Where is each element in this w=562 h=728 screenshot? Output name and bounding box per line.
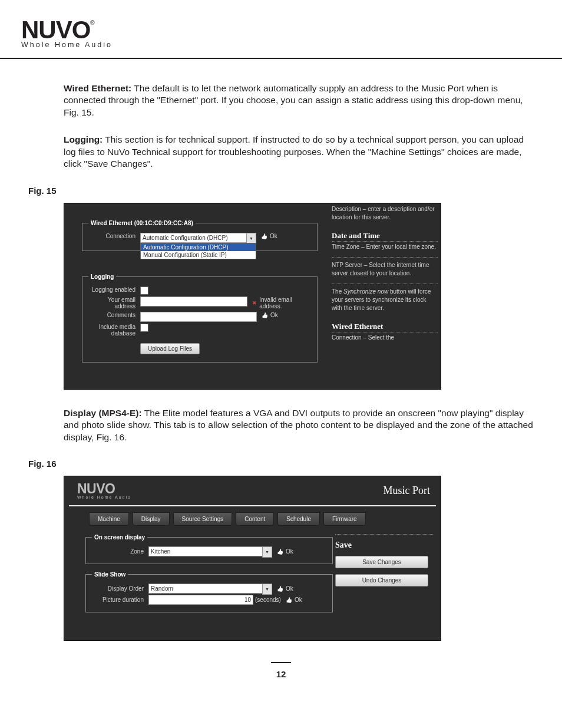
- slide-show-legend: Slide Show: [92, 571, 128, 578]
- header-rule: [0, 58, 562, 59]
- registered-icon: ®: [90, 19, 94, 26]
- page-header: NUVO® Whole Home Audio: [0, 0, 562, 50]
- email-input[interactable]: [140, 297, 247, 307]
- include-media-label: Include media database: [88, 324, 140, 337]
- figure-16-sidebar: Save Save Changes Undo Changes: [333, 534, 433, 620]
- chevron-down-icon[interactable]: ▼: [262, 584, 272, 595]
- logging-legend: Logging: [88, 274, 116, 280]
- date-time-heading: Date and Time: [332, 231, 438, 242]
- connection-input[interactable]: [140, 233, 248, 243]
- email-label: Your email address: [88, 297, 140, 310]
- logging-fieldset: Logging Logging enabled Your email addre…: [82, 274, 318, 363]
- paragraph-display: Display (MPS4-E): The Elite model featur…: [64, 407, 534, 443]
- display-order-select[interactable]: ▼: [148, 584, 272, 594]
- figure-15-sidebar: Description – enter a description and/or…: [328, 203, 441, 348]
- divider: [335, 534, 433, 535]
- figure-16-label: Fig. 16: [28, 459, 562, 469]
- osd-legend: On screen display: [92, 534, 147, 541]
- thumbs-up-icon: [277, 585, 283, 592]
- connection-select[interactable]: ▼ Automatic Configuration (DHCP) Manual …: [140, 233, 256, 243]
- picture-duration-input[interactable]: [148, 595, 253, 605]
- figure-15-screenshot: Wired Ethernet (00:1C:C0:D9:CC:A8) Conne…: [64, 203, 441, 390]
- page-number-area: 12: [0, 658, 562, 680]
- dropdown-option[interactable]: Automatic Configuration (DHCP): [141, 243, 256, 251]
- description-help: Description – enter a description and/or…: [332, 205, 438, 222]
- divider: [332, 257, 438, 258]
- tab-source-settings[interactable]: Source Settings: [173, 512, 233, 526]
- nuvo-logo: NUVO® Whole Home Audio: [21, 18, 113, 49]
- paragraph-logging: Logging: This section is for technical s…: [64, 134, 534, 170]
- thumbs-up-icon: [277, 548, 283, 555]
- logging-enabled-checkbox[interactable]: [140, 286, 148, 295]
- comments-label: Comments: [88, 312, 140, 319]
- page-number: 12: [276, 669, 286, 679]
- logo-tagline: Whole Home Audio: [21, 41, 113, 49]
- app-title: Music Port: [383, 485, 430, 497]
- nuvo-mini-logo: NUVO Whole Home Audio: [77, 482, 131, 499]
- comments-status: Ok: [262, 312, 278, 318]
- timezone-help: Time Zone – Enter your local time zone.: [332, 243, 438, 251]
- seconds-label: (seconds): [255, 597, 281, 603]
- connection-label: Connection: [88, 233, 140, 240]
- save-heading: Save: [335, 541, 433, 550]
- connection-dropdown[interactable]: Automatic Configuration (DHCP) Manual Co…: [140, 243, 256, 259]
- ntp-help: NTP Server – Select the internet time se…: [332, 261, 438, 278]
- slide-show-fieldset: Slide Show Display Order ▼ Ok Pic: [85, 571, 333, 612]
- tab-bar: Machine Display Source Settings Content …: [64, 506, 441, 534]
- figure-15-label: Fig. 15: [28, 186, 562, 196]
- comments-input[interactable]: [140, 312, 257, 322]
- undo-changes-button[interactable]: Undo Changes: [335, 574, 428, 587]
- thumbs-up-icon: [286, 597, 292, 603]
- divider: [332, 284, 438, 284]
- sync-help: The Synchronize now button will force yo…: [332, 288, 438, 312]
- thumbs-up-icon: [261, 233, 267, 239]
- connection-status: Ok: [261, 233, 277, 239]
- display-order-status: Ok: [277, 585, 293, 592]
- thumbs-up-icon: [262, 312, 268, 318]
- paragraph-wired-ethernet: Wired Ethernet: The default is to let th…: [64, 83, 534, 118]
- dropdown-option[interactable]: Manual Configuration (Static IP): [141, 251, 256, 259]
- tab-display[interactable]: Display: [133, 512, 170, 526]
- figure-16-screenshot: NUVO Whole Home Audio Music Port Machine…: [64, 476, 441, 641]
- email-status: Invalid email address.: [252, 297, 311, 309]
- logging-enabled-label: Logging enabled: [88, 286, 140, 294]
- chevron-down-icon[interactable]: ▼: [262, 546, 272, 558]
- picture-duration-status: Ok: [286, 597, 302, 603]
- display-order-input[interactable]: [148, 584, 264, 594]
- tab-firmware[interactable]: Firmware: [323, 512, 366, 526]
- save-changes-button[interactable]: Save Changes: [335, 556, 428, 568]
- picture-duration-label: Picture duration: [92, 597, 148, 603]
- on-screen-display-fieldset: On screen display Zone ▼ Ok: [85, 534, 333, 564]
- wired-ethernet-fieldset: Wired Ethernet (00:1C:C0:D9:CC:A8) Conne…: [82, 220, 318, 251]
- zone-input[interactable]: [148, 546, 264, 556]
- display-order-label: Display Order: [92, 585, 148, 592]
- wired-ethernet-legend: Wired Ethernet (00:1C:C0:D9:CC:A8): [88, 220, 196, 226]
- include-media-checkbox[interactable]: [140, 324, 148, 332]
- logo-text: NUVO: [21, 16, 90, 44]
- tab-content[interactable]: Content: [236, 512, 274, 526]
- zone-status: Ok: [277, 548, 293, 555]
- wired-ethernet-heading: Wired Ethernet: [332, 322, 438, 332]
- tab-machine[interactable]: Machine: [89, 512, 129, 526]
- zone-select[interactable]: ▼: [148, 546, 272, 556]
- zone-label: Zone: [92, 548, 148, 555]
- error-icon: [252, 299, 257, 306]
- tab-schedule[interactable]: Schedule: [277, 512, 320, 526]
- wired-ethernet-help: Connection – Select the: [332, 334, 438, 342]
- upload-log-files-button[interactable]: Upload Log Files: [140, 343, 200, 354]
